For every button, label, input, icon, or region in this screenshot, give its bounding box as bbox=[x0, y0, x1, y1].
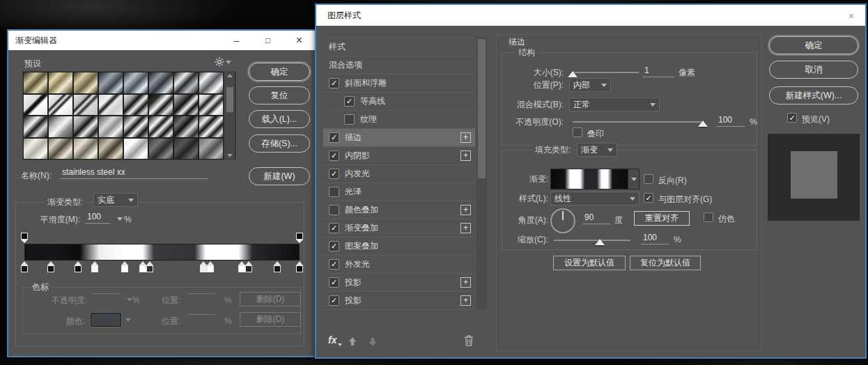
color-stop[interactable] bbox=[207, 261, 214, 272]
new-button[interactable]: 新建(W) bbox=[249, 167, 310, 185]
style-dropdown[interactable]: 线性 bbox=[550, 192, 640, 205]
preset-gradient-thumbnail[interactable] bbox=[148, 72, 173, 94]
stop-position-input2[interactable] bbox=[187, 313, 216, 315]
preset-gradient-thumbnail[interactable] bbox=[98, 72, 123, 94]
style-list-item[interactable]: ✓斜面和浮雕 bbox=[323, 75, 475, 93]
preset-gradient-thumbnail[interactable] bbox=[199, 94, 224, 116]
preset-gradient-thumbnail[interactable] bbox=[123, 138, 148, 160]
size-input[interactable]: 1 bbox=[642, 65, 674, 77]
delete-color-stop-button[interactable]: 删除(D) bbox=[240, 312, 301, 327]
preset-gradient-thumbnail[interactable] bbox=[73, 116, 98, 138]
trash-icon[interactable] bbox=[464, 335, 474, 349]
style-list-item[interactable]: ✓渐变叠加+ bbox=[323, 219, 475, 238]
color-stop[interactable] bbox=[139, 261, 146, 272]
position-dropdown[interactable]: 内部 bbox=[569, 78, 611, 92]
preset-gradient-thumbnail[interactable] bbox=[123, 94, 148, 116]
preset-gradient-thumbnail[interactable] bbox=[23, 94, 48, 116]
plus-icon[interactable]: + bbox=[460, 277, 471, 288]
plus-icon[interactable]: + bbox=[460, 295, 471, 306]
style-list-item[interactable]: ✓投影+ bbox=[323, 274, 475, 292]
preset-gradient-thumbnail[interactable] bbox=[173, 94, 199, 116]
preset-gradient-thumbnail[interactable] bbox=[48, 138, 73, 160]
style-item-checkbox[interactable]: ✓ bbox=[329, 223, 339, 233]
reset-align-button[interactable]: 重置对齐 bbox=[634, 211, 690, 226]
preset-gradient-thumbnail[interactable] bbox=[148, 94, 173, 116]
preset-gradient-thumbnail[interactable] bbox=[123, 116, 148, 138]
dither-checkbox[interactable] bbox=[704, 212, 713, 222]
preset-gradient-thumbnail[interactable] bbox=[148, 138, 173, 160]
opacity-input[interactable]: 100 bbox=[716, 115, 745, 127]
style-list-item[interactable]: 光泽 bbox=[323, 183, 475, 201]
color-stop[interactable] bbox=[21, 261, 28, 272]
name-input[interactable]: stainless steel xx bbox=[60, 167, 208, 179]
style-list-item[interactable]: 混合选项 bbox=[323, 56, 475, 75]
style-item-checkbox[interactable] bbox=[344, 114, 355, 125]
style-item-checkbox[interactable] bbox=[329, 205, 339, 215]
color-stop[interactable] bbox=[296, 261, 303, 272]
layer-style-titlebar[interactable]: 图层样式 × bbox=[316, 5, 865, 26]
preset-gradient-thumbnail[interactable] bbox=[23, 72, 48, 94]
preset-gradient-thumbnail[interactable] bbox=[173, 72, 199, 94]
stop-color-swatch[interactable] bbox=[91, 313, 121, 327]
opacity-slider-track[interactable] bbox=[573, 121, 702, 123]
plus-icon[interactable]: + bbox=[460, 205, 471, 215]
preset-gradient-thumbnail[interactable] bbox=[199, 116, 224, 138]
opacity-stop[interactable] bbox=[21, 233, 28, 243]
preset-gradient-thumbnail[interactable] bbox=[23, 138, 48, 160]
angle-input[interactable]: 90 bbox=[582, 212, 610, 224]
close-icon[interactable]: × bbox=[284, 31, 315, 50]
reset-default-button[interactable]: 复位为默认值 bbox=[630, 256, 701, 270]
scroll-thumb[interactable] bbox=[226, 87, 233, 112]
gradient-swatch-arrow[interactable] bbox=[628, 169, 639, 189]
style-list-item[interactable]: 纹理 bbox=[323, 111, 475, 129]
size-slider-thumb[interactable] bbox=[568, 71, 578, 77]
preset-gradient-thumbnail[interactable] bbox=[148, 116, 173, 138]
plus-icon[interactable]: + bbox=[460, 150, 471, 161]
reset-button[interactable]: 复位 bbox=[249, 86, 310, 104]
ok-button[interactable]: 确定 bbox=[769, 36, 858, 54]
move-down-button[interactable] bbox=[368, 337, 378, 350]
stop-opacity-input[interactable] bbox=[92, 293, 121, 294]
plus-icon[interactable]: + bbox=[460, 132, 471, 143]
style-item-checkbox[interactable]: ✓ bbox=[329, 132, 339, 143]
minimize-icon[interactable]: – bbox=[221, 31, 252, 50]
gear-icon[interactable] bbox=[215, 57, 231, 67]
style-list-item[interactable]: 颜色叠加+ bbox=[323, 201, 475, 219]
scroll-down-icon[interactable] bbox=[227, 154, 233, 157]
style-item-checkbox[interactable]: ✓ bbox=[329, 295, 339, 306]
style-list-item[interactable]: 样式 bbox=[323, 38, 475, 56]
preset-gradient-thumbnail[interactable] bbox=[98, 116, 123, 138]
style-list-item[interactable]: ✓投影+ bbox=[323, 292, 475, 310]
style-list-item[interactable]: ✓内阴影+ bbox=[323, 147, 475, 165]
style-list-item[interactable]: ✓描边+ bbox=[323, 129, 475, 147]
style-list-item[interactable]: ✓外发光 bbox=[323, 256, 475, 274]
style-item-checkbox[interactable]: ✓ bbox=[329, 277, 339, 288]
color-stop[interactable] bbox=[47, 261, 54, 272]
preset-gradient-thumbnail[interactable] bbox=[173, 138, 199, 160]
style-item-checkbox[interactable]: ✓ bbox=[329, 169, 339, 179]
color-stop[interactable] bbox=[75, 261, 82, 272]
fx-button[interactable]: fx bbox=[328, 334, 336, 345]
load-button[interactable]: 载入(L)... bbox=[249, 110, 310, 128]
color-stop[interactable] bbox=[146, 261, 153, 272]
style-item-checkbox[interactable]: ✓ bbox=[344, 96, 355, 107]
color-stop[interactable] bbox=[274, 261, 281, 272]
color-stop[interactable] bbox=[200, 261, 207, 272]
scale-slider-thumb[interactable] bbox=[595, 239, 605, 245]
overprint-checkbox[interactable] bbox=[573, 127, 582, 137]
style-list-item[interactable]: ✓图案叠加 bbox=[323, 238, 475, 256]
chevron-down-icon[interactable] bbox=[117, 217, 123, 221]
scale-slider-track[interactable] bbox=[554, 240, 630, 241]
gradient-editor-titlebar[interactable]: 渐变编辑器 – □ × bbox=[8, 31, 315, 50]
smoothness-input[interactable]: 100 bbox=[85, 212, 110, 224]
opacity-slider-thumb[interactable] bbox=[698, 121, 708, 127]
fill-type-dropdown[interactable]: 渐变 bbox=[577, 143, 617, 157]
gradient-bar[interactable] bbox=[24, 244, 300, 261]
save-button[interactable]: 存储(S)... bbox=[249, 134, 310, 153]
preset-gradient-thumbnail[interactable] bbox=[48, 94, 73, 116]
set-default-button[interactable]: 设置为默认值 bbox=[553, 256, 626, 270]
new-style-button[interactable]: 新建样式(W)... bbox=[769, 86, 858, 104]
move-up-button[interactable] bbox=[348, 336, 357, 349]
preset-gradient-thumbnail[interactable] bbox=[73, 72, 98, 94]
opacity-stop[interactable] bbox=[296, 233, 303, 243]
